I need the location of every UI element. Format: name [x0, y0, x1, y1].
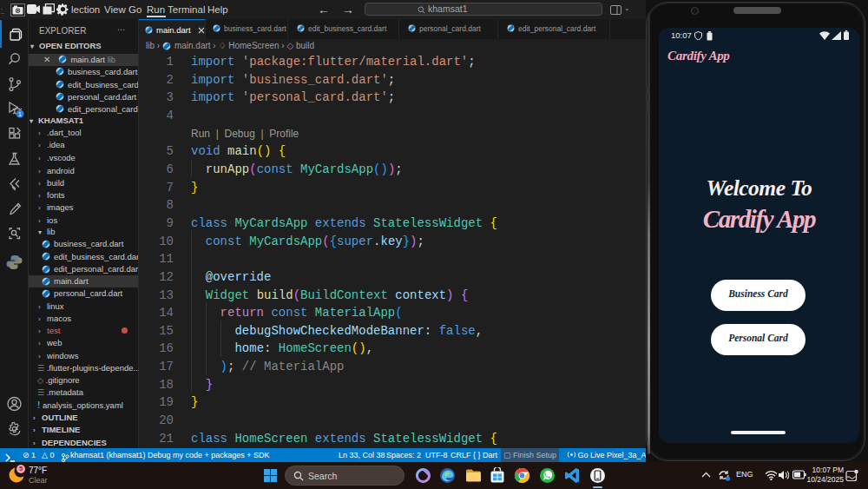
svg-text:1: 1: [18, 111, 22, 117]
